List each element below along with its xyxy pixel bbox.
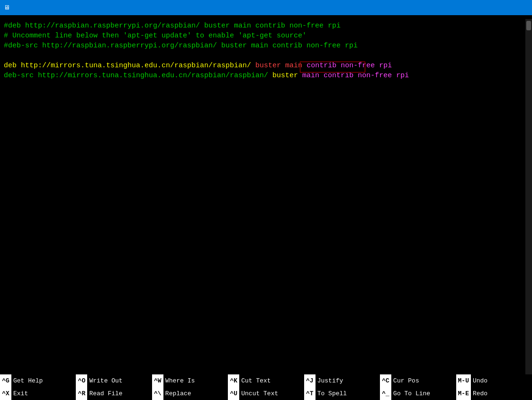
shortcut-key: ^T	[304, 387, 316, 400]
text-part: deb-src http://mirrors.tuna.tsinghua.edu…	[4, 72, 268, 80]
shortcut-item-shortcut-row-1-6[interactable]: M-UUndo	[456, 374, 532, 387]
shortcut-label: Replace	[163, 390, 193, 397]
editor-line-0: #deb http://raspbian.raspberrypi.org/ras…	[4, 21, 522, 31]
shortcut-item-shortcut-row-1-4[interactable]: ^JJustify	[304, 374, 380, 387]
shortcut-item-shortcut-row-2-0[interactable]: ^XExit	[0, 387, 76, 400]
shortcut-item-shortcut-row-2-1[interactable]: ^RRead File	[76, 387, 152, 400]
shortcut-key: ^C	[380, 374, 391, 387]
nano-header	[0, 15, 532, 19]
shortcut-item-shortcut-row-2-6[interactable]: M-ERedo	[456, 387, 532, 400]
scrollbar[interactable]	[525, 19, 532, 374]
shortcut-item-shortcut-row-2-5[interactable]: ^_Go To Line	[380, 387, 456, 400]
shortcut-key: ^G	[0, 374, 11, 387]
shortcut-key: ^_	[380, 387, 391, 400]
text-part: buster	[268, 72, 298, 80]
shortcut-item-shortcut-row-2-4[interactable]: ^TTo Spell	[304, 387, 380, 400]
shortcut-key: ^R	[76, 387, 87, 400]
shortcut-key: ^O	[76, 374, 87, 387]
editor-line-2: #deb-src http://raspbian.raspberrypi.org…	[4, 41, 522, 51]
editor-line-5: deb-src http://mirrors.tuna.tsinghua.edu…	[4, 71, 522, 81]
editor-line-1: # Uncomment line below then 'apt-get upd…	[4, 31, 522, 41]
shortcut-key: ^U	[228, 387, 239, 400]
shortcut-label: Write Out	[87, 377, 124, 384]
shortcut-label: Justify	[316, 377, 345, 384]
shortcut-item-shortcut-row-2-3[interactable]: ^UUncut Text	[228, 387, 304, 400]
title-bar-left: 🖥	[4, 4, 13, 11]
shortcut-item-shortcut-row-2-2[interactable]: ^\Replace	[152, 387, 228, 400]
shortcut-key: ^J	[304, 374, 316, 387]
shortcut-label: To Spell	[316, 390, 349, 397]
text-part: buster main	[251, 62, 302, 70]
shortcut-item-shortcut-row-1-5[interactable]: ^CCur Pos	[380, 374, 456, 387]
shortcut-label: Redo	[471, 390, 489, 397]
shortcut-row-1: ^GGet Help^OWrite Out^WWhere Is^KCut Tex…	[0, 374, 532, 387]
shortcut-item-shortcut-row-1-2[interactable]: ^WWhere Is	[152, 374, 228, 387]
text-part: main contrib non-free rpi	[298, 72, 409, 80]
shortcut-row-2: ^XExit^RRead File^\Replace^UUncut Text^T…	[0, 387, 532, 400]
shortcut-key: M-E	[456, 387, 471, 400]
title-bar: 🖥	[0, 0, 532, 15]
text-part: # Uncomment line below then 'apt-get upd…	[4, 32, 307, 40]
shortcut-label: Read File	[87, 390, 124, 397]
title-bar-controls	[485, 1, 528, 14]
close-button[interactable]	[515, 1, 528, 14]
shortcut-label: Cur Pos	[391, 377, 421, 384]
shortcut-label: Uncut Text	[239, 390, 280, 397]
shortcut-key: ^\	[152, 387, 163, 400]
editor-line-3	[4, 51, 522, 61]
shortcut-item-shortcut-row-1-1[interactable]: ^OWrite Out	[76, 374, 152, 387]
shortcut-label: Exit	[11, 390, 30, 397]
shortcut-label: Get Help	[11, 377, 45, 384]
shortcut-label: Cut Text	[239, 377, 272, 384]
text-part: deb http://mirrors.tuna.tsinghua.edu.cn/…	[4, 62, 251, 70]
text-part: contrib non-free rpi	[302, 62, 392, 70]
shortcut-key: ^W	[152, 374, 163, 387]
editor-area[interactable]: #deb http://raspbian.raspberrypi.org/ras…	[0, 19, 525, 374]
shortcut-label: Where Is	[163, 377, 197, 384]
nano-body-wrapper: #deb http://raspbian.raspberrypi.org/ras…	[0, 19, 532, 374]
app-icon: 🖥	[4, 4, 10, 11]
shortcut-key: ^X	[0, 387, 11, 400]
shortcut-item-shortcut-row-1-0[interactable]: ^GGet Help	[0, 374, 76, 387]
shortcut-label: Go To Line	[391, 390, 432, 397]
text-part: #deb http://raspbian.raspberrypi.org/ras…	[4, 22, 341, 30]
editor-line-4: deb http://mirrors.tuna.tsinghua.edu.cn/…	[4, 61, 522, 71]
shortcut-key: M-U	[456, 374, 471, 387]
scrollbar-thumb[interactable]	[526, 21, 531, 30]
text-part: #deb-src http://raspbian.raspberrypi.org…	[4, 42, 358, 50]
shortcut-key: ^K	[228, 374, 239, 387]
shortcut-label: Undo	[471, 377, 489, 384]
shortcut-item-shortcut-row-1-3[interactable]: ^KCut Text	[228, 374, 304, 387]
shortcut-bar: ^GGet Help^OWrite Out^WWhere Is^KCut Tex…	[0, 374, 532, 400]
maximize-button[interactable]	[500, 1, 513, 14]
minimize-button[interactable]	[485, 1, 498, 14]
